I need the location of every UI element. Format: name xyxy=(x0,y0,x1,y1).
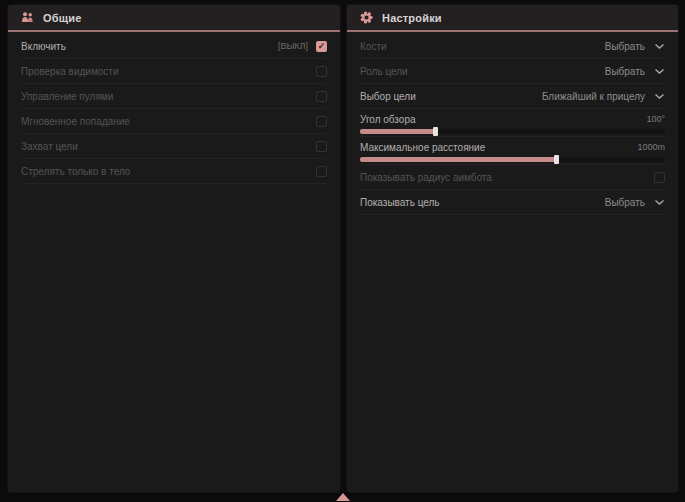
row-enable-checkbox[interactable]: ✓ xyxy=(316,41,327,52)
row-max-distance: Максимальное расстояние 1000m xyxy=(360,137,665,165)
row-target-lock-label: Захват цели xyxy=(21,141,78,152)
row-target-selection[interactable]: Выбор цели Ближайший к прицелу xyxy=(360,84,665,109)
chevron-down-icon xyxy=(654,43,665,50)
triangle-up-icon[interactable] xyxy=(336,493,350,501)
row-visibility-check-label: Проверка видимости xyxy=(21,66,119,77)
max-distance-slider-handle[interactable] xyxy=(554,155,559,164)
row-show-aimbot-radius[interactable]: Показывать радиус аимбота xyxy=(360,165,665,190)
row-fov: Угол обзора 100° xyxy=(360,109,665,137)
panel-general-header: Общие xyxy=(8,5,340,32)
row-bones-dropdown[interactable]: Выбрать xyxy=(605,41,665,52)
row-target-lock[interactable]: Захват цели xyxy=(21,134,327,159)
row-enable-label: Включить xyxy=(21,41,66,52)
row-target-role-label: Роль цели xyxy=(360,66,408,77)
panel-settings-body: Кости Выбрать Роль цели Выбрать xyxy=(347,32,678,215)
row-bullet-control-checkbox[interactable] xyxy=(316,91,327,102)
row-bones-label: Кости xyxy=(360,41,387,52)
row-target-role[interactable]: Роль цели Выбрать xyxy=(360,59,665,84)
fov-slider[interactable] xyxy=(360,129,665,134)
row-enable-keybind: [ВЫКЛ] xyxy=(278,41,308,51)
panel-general-body: Включить [ВЫКЛ] ✓ Проверка видимости Упр… xyxy=(8,32,340,184)
max-distance-slider[interactable] xyxy=(360,157,665,162)
row-show-target[interactable]: Показывать цель Выбрать xyxy=(360,190,665,215)
row-bones-dropdown-value: Выбрать xyxy=(605,41,645,52)
row-max-distance-value: 1000m xyxy=(637,142,665,152)
row-fov-label: Угол обзора xyxy=(360,114,416,125)
row-target-lock-checkbox[interactable] xyxy=(316,141,327,152)
people-icon xyxy=(21,11,34,24)
fov-slider-handle[interactable] xyxy=(433,127,438,136)
panel-general-title: Общие xyxy=(43,12,82,24)
row-body-only-label: Стрелять только в тело xyxy=(21,166,130,177)
row-show-target-dropdown[interactable]: Выбрать xyxy=(605,197,665,208)
panel-settings-title: Настройки xyxy=(382,12,442,24)
row-instant-hit-checkbox[interactable] xyxy=(316,116,327,127)
row-target-role-dropdown[interactable]: Выбрать xyxy=(605,66,665,77)
row-target-selection-dropdown[interactable]: Ближайший к прицелу xyxy=(542,91,665,102)
fov-slider-fill xyxy=(360,129,436,134)
row-bones[interactable]: Кости Выбрать xyxy=(360,34,665,59)
chevron-down-icon xyxy=(654,68,665,75)
chevron-down-icon xyxy=(654,199,665,206)
panel-settings-header: Настройки xyxy=(347,5,678,32)
chevron-down-icon xyxy=(654,93,665,100)
row-enable[interactable]: Включить [ВЫКЛ] ✓ xyxy=(21,34,327,59)
row-show-target-dropdown-value: Выбрать xyxy=(605,197,645,208)
max-distance-slider-fill xyxy=(360,157,557,162)
row-target-role-dropdown-value: Выбрать xyxy=(605,66,645,77)
row-bullet-control[interactable]: Управление пулями xyxy=(21,84,327,109)
gear-icon xyxy=(360,11,373,24)
row-body-only[interactable]: Стрелять только в тело xyxy=(21,159,327,184)
row-show-target-label: Показывать цель xyxy=(360,197,440,208)
row-body-only-checkbox[interactable] xyxy=(316,166,327,177)
row-max-distance-label: Максимальное расстояние xyxy=(360,142,485,153)
panel-settings: Настройки Кости Выбрать Роль цели Выбрат… xyxy=(347,5,678,492)
row-instant-hit[interactable]: Мгновенное попадание xyxy=(21,109,327,134)
row-visibility-check-checkbox[interactable] xyxy=(316,66,327,77)
row-show-aimbot-radius-label: Показывать радиус аимбота xyxy=(360,172,492,183)
row-target-selection-dropdown-value: Ближайший к прицелу xyxy=(542,91,645,102)
row-target-selection-label: Выбор цели xyxy=(360,91,416,102)
row-visibility-check[interactable]: Проверка видимости xyxy=(21,59,327,84)
panel-general: Общие Включить [ВЫКЛ] ✓ Проверка видимос… xyxy=(8,5,340,492)
row-fov-value: 100° xyxy=(646,114,665,124)
row-bullet-control-label: Управление пулями xyxy=(21,91,113,102)
menu-background: Общие Включить [ВЫКЛ] ✓ Проверка видимос… xyxy=(0,0,685,502)
row-instant-hit-label: Мгновенное попадание xyxy=(21,116,130,127)
row-show-aimbot-radius-checkbox[interactable] xyxy=(654,172,665,183)
